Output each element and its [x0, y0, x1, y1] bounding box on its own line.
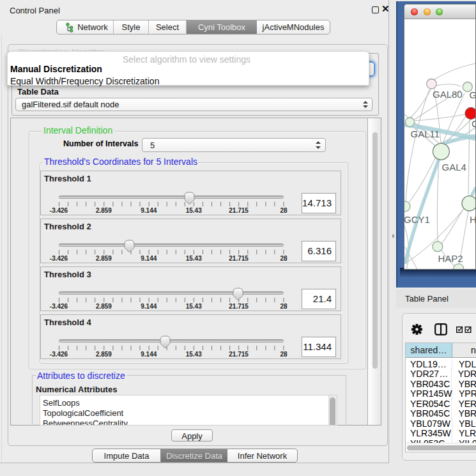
svg-text:GAL4: GAL4 [442, 162, 466, 173]
svg-text:GAL80: GAL80 [433, 89, 463, 100]
svg-text:GCY1: GCY1 [404, 214, 430, 225]
svg-text:CR: CR [472, 118, 476, 129]
svg-text:GAL11: GAL11 [411, 128, 440, 139]
svg-text:HAP2: HAP2 [438, 253, 463, 264]
svg-text:HA: HA [470, 214, 476, 225]
svg-text:GA: GA [470, 89, 476, 100]
